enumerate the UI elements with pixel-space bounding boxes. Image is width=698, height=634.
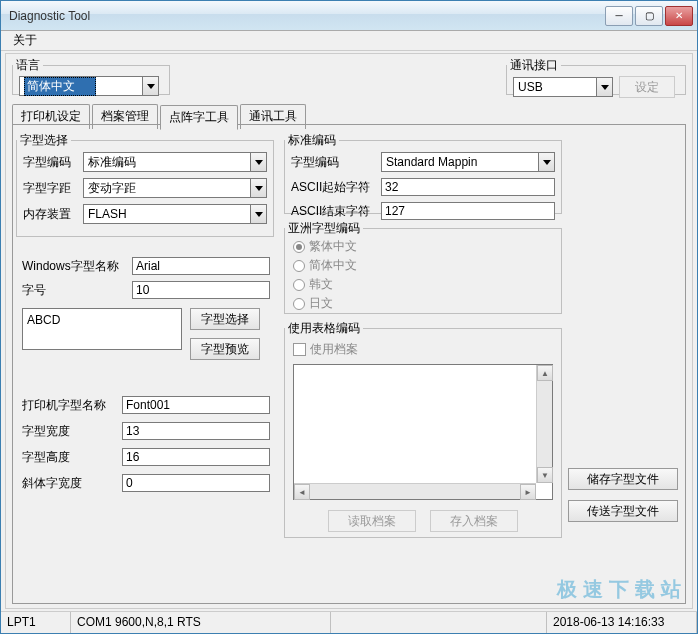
checkbox-icon [293,343,306,356]
win-font-name-input[interactable] [132,257,270,275]
language-group: 语言 简体中文 [12,57,170,95]
standard-code-group: 标准编码 字型编码 Standard Mappin ASCII起始字符 ASCI… [284,132,562,214]
right-button-column: 储存字型文件 传送字型文件 [568,468,678,522]
table-code-group: 使用表格编码 使用档案 ▲ ▼ ◄ ► 读取档案 存入档案 [284,320,562,538]
menubar: 关于 [1,31,697,51]
font-height-label: 字型高度 [22,449,122,466]
win-font-size-input[interactable] [132,281,270,299]
send-font-file-button[interactable]: 传送字型文件 [568,500,678,522]
comm-group: 通讯接口 USB 设定 [506,57,686,95]
read-file-button: 读取档案 [328,510,416,532]
save-font-file-button[interactable]: 储存字型文件 [568,468,678,490]
close-icon: ✕ [675,11,683,21]
font-pitch-value: 变动字距 [88,180,136,197]
font-sample-text: ABCD [27,313,60,327]
use-file-row: 使用档案 [285,337,561,362]
printer-font-name-input[interactable] [122,396,270,414]
storage-value: FLASH [88,207,127,221]
printer-font-name-label: 打印机字型名称 [22,397,122,414]
font-preview-button[interactable]: 字型预览 [190,338,260,360]
storage-select[interactable]: FLASH [83,204,267,224]
minimize-button[interactable]: ─ [605,6,633,26]
standard-code-legend: 标准编码 [285,132,339,149]
main-window: Diagnostic Tool ─ ▢ ✕ 关于 语言 简体中文 通讯接口 US… [0,0,698,634]
font-encode-label: 字型编码 [23,154,83,171]
font-select-group: 字型选择 字型编码 标准编码 字型字距 变动字距 内存装置 FLASH [16,132,274,237]
maximize-icon: ▢ [645,11,654,21]
content-area: 语言 简体中文 通讯接口 USB 设定 打印机设定 档案管理 点阵字工具 [5,53,693,609]
status-connection: COM1 9600,N,8,1 RTS [71,612,331,633]
radio-icon [293,298,305,310]
language-legend: 语言 [13,57,43,74]
std-encode-select[interactable]: Standard Mappin [381,152,555,172]
use-file-label: 使用档案 [310,341,358,358]
scrollbar-horizontal[interactable]: ◄ ► [294,483,536,499]
ascii-start-input[interactable] [381,178,555,196]
italic-width-label: 斜体字宽度 [22,475,122,492]
ascii-end-input[interactable] [381,202,555,220]
scroll-up-icon[interactable]: ▲ [537,365,553,381]
comm-legend: 通讯接口 [507,57,561,74]
font-sample-box: ABCD [22,308,182,350]
comm-value: USB [518,80,543,94]
font-pitch-select[interactable]: 变动字距 [83,178,267,198]
language-select[interactable]: 简体中文 [19,76,159,96]
table-textarea[interactable]: ▲ ▼ ◄ ► [293,364,553,500]
scrollbar-vertical[interactable]: ▲ ▼ [536,365,552,483]
radio-simplified: 简体中文 [285,256,561,275]
font-choose-button[interactable]: 字型选择 [190,308,260,330]
menu-about[interactable]: 关于 [7,30,43,51]
radio-icon [293,241,305,253]
window-title: Diagnostic Tool [9,9,605,23]
font-encode-value: 标准编码 [88,154,136,171]
save-file-button: 存入档案 [430,510,518,532]
status-bar: LPT1 COM1 9600,N,8,1 RTS 2018-06-13 14:1… [1,611,697,633]
win-font-name-label: Windows字型名称 [22,258,132,275]
printer-font-area: 打印机字型名称 字型宽度 字型高度 斜体字宽度 [22,392,274,496]
status-datetime: 2018-06-13 14:16:33 [547,612,697,633]
chevron-down-icon [596,78,612,96]
font-pitch-label: 字型字距 [23,180,83,197]
close-button[interactable]: ✕ [665,6,693,26]
font-height-input[interactable] [122,448,270,466]
font-width-input[interactable] [122,422,270,440]
radio-traditional: 繁体中文 [285,237,561,256]
comm-select[interactable]: USB [513,77,613,97]
storage-label: 内存装置 [23,206,83,223]
radio-icon [293,260,305,272]
radio-korean: 韩文 [285,275,561,294]
ascii-end-label: ASCII结束字符 [291,203,381,220]
font-width-label: 字型宽度 [22,423,122,440]
scroll-down-icon[interactable]: ▼ [537,467,553,483]
std-encode-value: Standard Mappin [386,155,477,169]
std-encode-label: 字型编码 [291,154,381,171]
asia-code-group: 亚洲字型编码 繁体中文 简体中文 韩文 日文 [284,220,562,314]
radio-icon [293,279,305,291]
maximize-button[interactable]: ▢ [635,6,663,26]
ascii-start-label: ASCII起始字符 [291,179,381,196]
tab-bitmap-font[interactable]: 点阵字工具 [160,105,238,130]
scroll-right-icon[interactable]: ► [520,484,536,500]
scroll-left-icon[interactable]: ◄ [294,484,310,500]
window-controls: ─ ▢ ✕ [605,6,693,26]
italic-width-input[interactable] [122,474,270,492]
minimize-icon: ─ [615,11,622,21]
radio-japanese: 日文 [285,294,561,313]
table-code-legend: 使用表格编码 [285,320,363,337]
asia-code-legend: 亚洲字型编码 [285,220,363,237]
titlebar: Diagnostic Tool ─ ▢ ✕ [1,1,697,31]
chevron-down-icon [250,153,266,171]
chevron-down-icon [142,77,158,95]
font-encode-select[interactable]: 标准编码 [83,152,267,172]
chevron-down-icon [250,205,266,223]
font-select-legend: 字型选择 [17,132,71,149]
chevron-down-icon [250,179,266,197]
language-value: 简体中文 [24,77,96,96]
comm-set-button: 设定 [619,76,675,98]
status-port: LPT1 [1,612,71,633]
win-font-size-label: 字号 [22,282,132,299]
chevron-down-icon [538,153,554,171]
windows-font-area: Windows字型名称 字号 ABCD 字型选择 字型预览 [22,254,274,360]
